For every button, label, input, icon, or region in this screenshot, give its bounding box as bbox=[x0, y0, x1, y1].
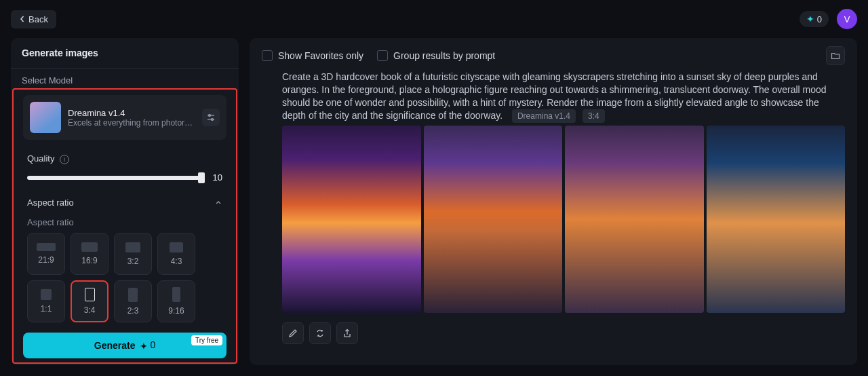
content-header: Show Favorites only Group results by pro… bbox=[262, 46, 845, 71]
edit-button[interactable] bbox=[282, 322, 304, 344]
aspect-option-3-2[interactable]: 3:2 bbox=[114, 233, 152, 275]
quality-label: Quality i bbox=[27, 153, 222, 164]
aspect-option-4-3[interactable]: 4:3 bbox=[157, 233, 195, 275]
group-results-checkbox[interactable]: Group results by prompt bbox=[377, 50, 495, 61]
folder-button[interactable] bbox=[826, 46, 845, 65]
avatar[interactable]: V bbox=[837, 9, 857, 29]
aspect-title[interactable]: Aspect ratio bbox=[27, 198, 222, 208]
aspect-option-3-4[interactable]: 3:4 bbox=[71, 280, 108, 322]
generate-button[interactable]: Generate ✦ 0 Try free bbox=[23, 333, 226, 358]
quality-slider[interactable] bbox=[27, 176, 202, 180]
aspect-shape-icon bbox=[128, 288, 138, 302]
aspect-shape-icon bbox=[37, 243, 56, 251]
aspect-shape-icon bbox=[41, 289, 52, 300]
select-model-label: Select Model bbox=[11, 69, 239, 88]
avatar-initial: V bbox=[844, 14, 850, 24]
aspect-label: 4:3 bbox=[171, 257, 182, 266]
topbar: Back ✦ 0 V bbox=[0, 0, 868, 38]
show-favorites-checkbox[interactable]: Show Favorites only bbox=[262, 50, 363, 61]
chevron-left-icon bbox=[19, 16, 26, 22]
model-name: Dreamina v1.4 bbox=[68, 108, 195, 118]
aspect-option-21-9[interactable]: 21:9 bbox=[27, 233, 65, 275]
aspect-shape-icon bbox=[81, 242, 98, 252]
prompt-tag: 3:4 bbox=[583, 109, 605, 123]
result-actions bbox=[262, 313, 845, 344]
result-image[interactable] bbox=[565, 126, 704, 313]
model-info: Dreamina v1.4 Excels at everything from … bbox=[68, 108, 195, 128]
aspect-label: 16:9 bbox=[81, 256, 97, 265]
quality-section: Quality i bbox=[18, 147, 232, 172]
aspect-subtitle: Aspect ratio bbox=[18, 216, 232, 233]
checkbox-icon bbox=[377, 50, 388, 61]
model-thumbnail bbox=[30, 102, 61, 133]
info-icon[interactable]: i bbox=[60, 155, 69, 164]
result-image[interactable] bbox=[707, 126, 846, 313]
checkbox-icon bbox=[262, 50, 273, 61]
credit-icon: ✦ bbox=[806, 14, 814, 24]
highlighted-settings-area: Dreamina v1.4 Excels at everything from … bbox=[12, 88, 237, 364]
aspect-grid: 21:916:93:24:31:13:42:39:16 bbox=[18, 233, 232, 322]
model-desc: Excels at everything from photoreali... bbox=[68, 118, 195, 128]
quality-slider-row: 10 bbox=[18, 172, 232, 191]
aspect-label: 3:4 bbox=[84, 305, 96, 315]
gallery bbox=[262, 126, 845, 313]
aspect-label: 2:3 bbox=[127, 306, 139, 316]
sidebar: Generate images Select Model Dreamina v1… bbox=[11, 38, 239, 365]
aspect-section: Aspect ratio bbox=[18, 191, 232, 216]
credit-count: 0 bbox=[817, 14, 822, 24]
prompt-tag: Dreamina v1.4 bbox=[512, 109, 576, 123]
aspect-shape-icon bbox=[125, 242, 140, 252]
regenerate-button[interactable] bbox=[309, 322, 331, 344]
aspect-shape-icon bbox=[172, 287, 180, 302]
slider-thumb[interactable] bbox=[198, 172, 205, 183]
chevron-up-icon bbox=[214, 199, 222, 207]
aspect-label: 3:2 bbox=[127, 257, 139, 266]
generate-label: Generate bbox=[94, 340, 136, 351]
prompt-text: Create a 3D hardcover book of a futurist… bbox=[262, 71, 845, 126]
result-image[interactable] bbox=[282, 126, 421, 313]
content-panel: Show Favorites only Group results by pro… bbox=[250, 38, 857, 365]
aspect-shape-icon bbox=[170, 242, 183, 252]
aspect-option-1-1[interactable]: 1:1 bbox=[27, 280, 65, 322]
aspect-option-9-16[interactable]: 9:16 bbox=[157, 280, 195, 322]
aspect-shape-icon bbox=[85, 288, 95, 301]
try-free-badge: Try free bbox=[191, 335, 222, 345]
aspect-label: 1:1 bbox=[41, 304, 52, 314]
sliders-icon[interactable] bbox=[202, 109, 220, 126]
aspect-option-16-9[interactable]: 16:9 bbox=[71, 233, 108, 275]
share-button[interactable] bbox=[336, 322, 358, 344]
back-button[interactable]: Back bbox=[11, 10, 56, 29]
topbar-right: ✦ 0 V bbox=[800, 9, 857, 29]
generate-cost: ✦ 0 bbox=[140, 339, 156, 351]
result-image[interactable] bbox=[424, 126, 563, 313]
quality-value: 10 bbox=[209, 172, 222, 183]
aspect-label: 9:16 bbox=[168, 306, 184, 316]
main: Generate images Select Model Dreamina v1… bbox=[0, 38, 868, 376]
credits-pill[interactable]: ✦ 0 bbox=[800, 11, 829, 27]
aspect-option-2-3[interactable]: 2:3 bbox=[114, 280, 152, 322]
back-label: Back bbox=[28, 14, 48, 24]
model-card[interactable]: Dreamina v1.4 Excels at everything from … bbox=[23, 95, 226, 140]
aspect-label: 21:9 bbox=[38, 255, 54, 265]
sidebar-title: Generate images bbox=[11, 38, 239, 69]
